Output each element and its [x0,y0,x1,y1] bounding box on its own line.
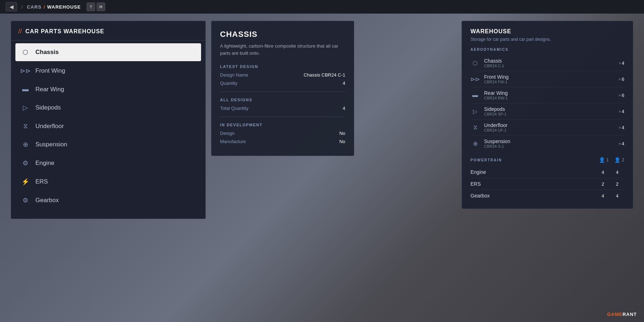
panel-title: CAR PARTS WAREHOUSE [25,28,104,35]
driver2-num: 2 [622,157,624,162]
rear-wing-w-icon: ▬ [470,92,480,98]
pt-val1-engine: 4 [596,170,610,175]
sidepods-w-name: Sidepods [484,106,614,112]
rear-wing-w-qty: ×6 [619,93,624,98]
breadcrumb-cars: CARS [27,4,42,10]
part-item-sidepods[interactable]: ▷ Sidepods [15,99,201,117]
watermark-suffix: RANT [623,312,637,317]
ers-label: ERS [35,178,48,185]
part-item-ers[interactable]: ⚡ ERS [15,173,201,191]
rear-wing-label: Rear Wing [35,86,64,93]
topbar-separator: // [21,4,23,10]
topbar-icons: ? H [87,3,105,11]
quantity-val: 4 [343,80,345,86]
watermark-prefix: GAME [607,312,623,317]
warehouse-item-chassis[interactable]: ⬡ Chassis CBR24 C-1 ×4 [470,55,624,71]
pt-name-ers: ERS [470,181,596,187]
engine-icon: ⚙ [20,159,30,167]
front-wing-w-info: Front Wing CBR24 FW-1 [484,74,614,84]
powertrain-header: POWERTRAIN 👤 1 👤 2 [470,157,624,163]
chassis-w-info: Chassis CBR24 C-1 [484,58,614,68]
quantity-row: Quantity 4 [220,80,345,86]
panel-header: // CAR PARTS WAREHOUSE [11,21,205,40]
driver1-num: 1 [606,157,609,162]
suspension-w-qty: ×4 [619,141,624,146]
powertrain-label: POWERTRAIN [470,158,502,162]
total-quantity-val: 4 [343,106,345,111]
design-dev-row: Design No [220,131,345,136]
underfloor-w-info: Underfloor CBR24 UF-1 [484,122,614,132]
chassis-w-sub: CBR24 C-1 [484,64,614,68]
in-development-label: IN DEVELOPMENT [220,123,345,127]
part-item-underfloor[interactable]: ⧖ Underfloor [15,117,201,135]
divider-1 [220,92,345,92]
chassis-label: Chassis [35,49,59,56]
front-wing-w-qty: ×6 [619,77,624,82]
sidepods-w-icon: ▷ [470,108,480,115]
panel-header-icon: // [18,28,22,35]
front-wing-label: Front Wing [35,67,65,74]
part-item-rear-wing[interactable]: ▬ Rear Wing [15,80,201,98]
engine-label: Engine [35,160,54,167]
suspension-w-name: Suspension [484,138,614,144]
underfloor-icon: ⧖ [20,122,30,130]
part-item-engine[interactable]: ⚙ Engine [15,154,201,172]
chassis-detail-panel: CHASSIS A lightweight, carbon-fibre comp… [211,21,354,156]
home-button[interactable]: H [97,3,105,11]
front-wing-w-icon: ⊳⊳ [470,76,480,83]
design-dev-val: No [339,131,345,136]
suspension-label: Suspension [35,141,67,148]
manufacture-dev-row: Manufacture No [220,139,345,144]
suspension-w-info: Suspension CBR24 S-1 [484,138,614,148]
warehouse-item-sidepods[interactable]: ▷ Sidepods CBR24 SP-1 ×4 [470,103,624,119]
warehouse-item-front-wing[interactable]: ⊳⊳ Front Wing CBR24 FW-1 ×6 [470,71,624,87]
manufacture-dev-val: No [339,139,345,144]
gearbox-icon: ⚙ [20,196,30,204]
chassis-w-qty: ×4 [619,60,624,66]
sidepods-icon: ▷ [20,104,30,112]
chassis-icon: ⬡ [20,48,30,56]
front-wing-w-name: Front Wing [484,74,614,80]
breadcrumb-slash: / [44,4,45,10]
watermark: GAMERANT [607,312,637,317]
warehouse-panel: WAREHOUSE Storage for car parts and car … [462,21,633,209]
suspension-w-icon: ⊕ [470,140,480,147]
design-name-val: Chassis CBR24 C-1 [304,72,345,78]
pt-val2-engine: 4 [610,170,624,175]
warehouse-item-underfloor[interactable]: ⧖ Underfloor CBR24 UF-1 ×4 [470,119,624,136]
front-wing-w-sub: CBR24 FW-1 [484,80,614,84]
breadcrumb: CARS / WAREHOUSE [27,4,81,10]
sidepods-w-sub: CBR24 SP-1 [484,112,614,116]
warehouse-item-suspension[interactable]: ⊕ Suspension CBR24 S-1 ×4 [470,136,624,151]
total-quantity-key: Total Quantity [220,106,249,111]
underfloor-label: Underfloor [35,123,64,130]
aero-items-list: ⬡ Chassis CBR24 C-1 ×4 ⊳⊳ Front Wing CBR… [470,55,624,151]
pt-val2-ers: 2 [610,181,624,187]
sidepods-label: Sidepods [35,104,61,111]
gearbox-label: Gearbox [35,197,59,204]
warehouse-item-rear-wing[interactable]: ▬ Rear Wing CBR24 RW-1 ×6 [470,87,624,103]
underfloor-w-qty: ×4 [619,125,624,130]
help-button[interactable]: ? [87,3,95,11]
underfloor-w-icon: ⧖ [470,124,480,131]
design-dev-key: Design [220,131,234,136]
part-item-gearbox[interactable]: ⚙ Gearbox [15,191,201,209]
manufacture-dev-key: Manufacture [220,139,246,144]
total-quantity-row: Total Quantity 4 [220,106,345,111]
design-name-key: Design Name [220,72,248,78]
back-button[interactable]: ◀ [6,2,17,11]
pt-name-gearbox: Gearbox [470,193,596,199]
parts-list: ⬡ Chassis ⊳⊳ Front Wing ▬ Rear Wing ▷ Si… [11,40,205,213]
part-item-suspension[interactable]: ⊕ Suspension [15,136,201,153]
pt-name-engine: Engine [470,169,596,175]
pt-val1-ers: 2 [596,181,610,187]
part-item-front-wing[interactable]: ⊳⊳ Front Wing [15,62,201,80]
powertrain-items-list: Engine 4 4 ERS 2 2 Gearbox 4 4 [470,166,624,201]
pt-item-gearbox: Gearbox 4 4 [470,190,624,201]
ers-icon: ⚡ [20,178,30,186]
rear-wing-w-sub: CBR24 RW-1 [484,96,614,100]
underfloor-w-name: Underfloor [484,122,614,128]
driver-columns: 👤 1 👤 2 [599,157,624,163]
part-item-chassis[interactable]: ⬡ Chassis [15,43,201,61]
driver2-indicator: 👤 2 [614,157,624,163]
